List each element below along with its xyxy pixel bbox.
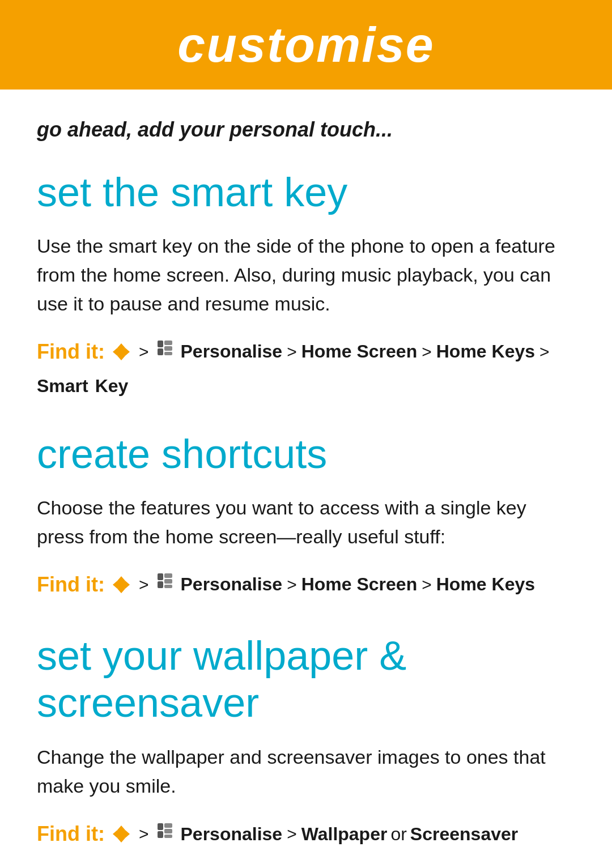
nav-text-key: Key — [95, 372, 129, 401]
find-it-wallpaper: Find it: > Per — [37, 818, 575, 850]
nav-diamond-icon-3 — [110, 823, 132, 845]
find-it-smart-key: Find it: > — [37, 335, 575, 401]
nav-text-personalise-3: Personalise — [180, 820, 282, 849]
nav-text-homekeys-2: Home Keys — [436, 570, 535, 599]
section-body-wallpaper: Change the wallpaper and screensaver ima… — [37, 743, 575, 801]
find-it-label-3: Find it: — [37, 818, 105, 850]
svg-rect-5 — [158, 341, 163, 347]
arrow-3: > — [422, 338, 432, 365]
nav-text-wallpaper: Wallpaper — [301, 820, 388, 849]
nav-text-homescreen-2: Home Screen — [301, 570, 418, 599]
tool-svg-3 — [155, 821, 175, 840]
personalise-icon-3 — [155, 820, 175, 849]
nav-text-smartkey: Smart — [37, 372, 88, 401]
svg-rect-26 — [158, 831, 163, 838]
svg-rect-8 — [164, 346, 172, 351]
arrow-icon-3: > — [139, 820, 149, 848]
section-title-wallpaper: set your wallpaper & screensaver — [37, 632, 575, 726]
section-title-shortcuts: create shortcuts — [37, 432, 575, 476]
svg-rect-16 — [158, 581, 163, 588]
svg-rect-27 — [164, 823, 172, 828]
wallpaper-title-line1: set your wallpaper & — [37, 633, 406, 678]
arrow-6: > — [422, 571, 432, 598]
find-it-label-2: Find it: — [37, 568, 105, 601]
arrow-icon-2: > — [139, 571, 149, 598]
section-wallpaper: set your wallpaper & screensaver Change … — [37, 632, 575, 850]
arrow-7: > — [287, 820, 297, 848]
arrow-2: > — [287, 338, 297, 365]
header-banner: customise — [0, 0, 612, 90]
section-shortcuts: create shortcuts Choose the features you… — [37, 432, 575, 601]
personalise-icon-1 — [155, 337, 175, 366]
nav-text-screensaver: Screensaver — [410, 820, 518, 849]
nav-text-homescreen-1: Home Screen — [301, 337, 418, 366]
arrow-4: > — [539, 338, 550, 365]
section-title-smart-key: set the smart key — [37, 170, 575, 215]
wallpaper-title-line2: screensaver — [37, 680, 259, 725]
main-content: go ahead, add your personal touch... set… — [0, 90, 612, 868]
find-it-label-1: Find it: — [37, 335, 105, 368]
section-body-smart-key: Use the smart key on the side of the pho… — [37, 232, 575, 318]
arrow-5: > — [287, 571, 297, 598]
svg-rect-19 — [164, 585, 172, 588]
svg-rect-29 — [164, 835, 172, 838]
svg-rect-7 — [164, 341, 172, 345]
section-body-shortcuts: Choose the features you want to access w… — [37, 493, 575, 551]
svg-rect-17 — [164, 573, 172, 578]
svg-point-4 — [119, 350, 124, 354]
nav-diamond-svg-2 — [110, 574, 132, 595]
smart-key-icon — [110, 341, 132, 363]
svg-rect-9 — [164, 352, 172, 355]
page-subtitle: go ahead, add your personal touch... — [37, 118, 575, 142]
section-smart-key: set the smart key Use the smart key on t… — [37, 170, 575, 401]
nav-text-homekeys-1: Home Keys — [436, 337, 535, 366]
svg-rect-28 — [164, 829, 172, 833]
nav-text-personalise-1: Personalise — [180, 337, 282, 366]
tool-svg-1 — [155, 338, 175, 358]
svg-point-14 — [119, 582, 124, 587]
nav-diamond-icon-2 — [110, 574, 132, 595]
arrow-icon-1: > — [139, 338, 149, 365]
svg-rect-18 — [164, 579, 172, 584]
nav-text-personalise-2: Personalise — [180, 570, 282, 599]
svg-rect-25 — [158, 823, 163, 830]
svg-rect-6 — [158, 348, 163, 355]
find-it-shortcuts: Find it: > Per — [37, 568, 575, 601]
svg-point-24 — [119, 832, 124, 836]
svg-rect-15 — [158, 573, 163, 580]
nav-diamond-svg-3 — [110, 823, 132, 845]
tool-svg-2 — [155, 571, 175, 590]
personalise-icon-2 — [155, 570, 175, 599]
nav-diamond-icon — [110, 341, 132, 363]
page-title: customise — [23, 16, 589, 74]
nav-text-or: or — [390, 820, 406, 849]
